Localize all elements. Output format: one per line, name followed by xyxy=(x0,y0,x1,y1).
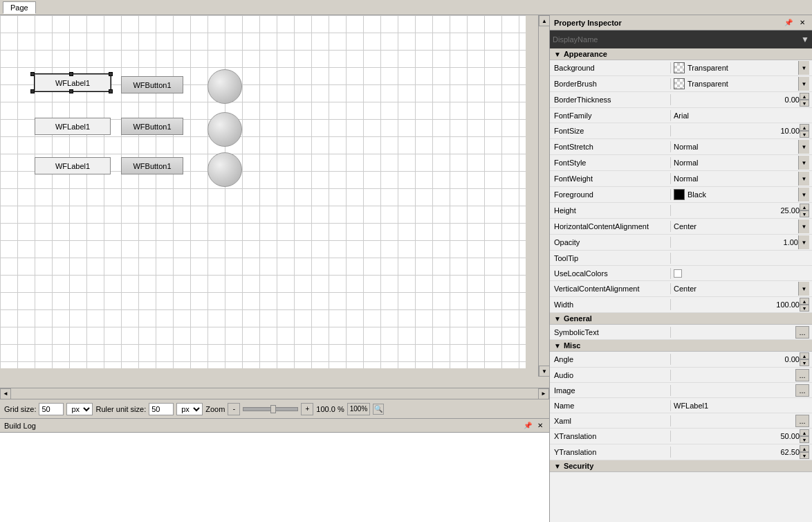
fontstretch-dropdown-btn[interactable]: ▼ xyxy=(798,140,809,154)
pi-section-appearance[interactable]: ▼ Appearance xyxy=(550,48,812,60)
opacity-input[interactable] xyxy=(674,238,798,246)
pi-close-icon[interactable]: ✕ xyxy=(797,17,808,28)
zoom-minus-btn[interactable]: - xyxy=(228,403,240,415)
zoom-thumb[interactable] xyxy=(270,405,276,413)
prop-value-fontsize[interactable]: ▲ ▼ xyxy=(671,123,812,138)
widget-button-3[interactable]: WFButton1 xyxy=(121,157,183,174)
pi-section-misc[interactable]: ▼ Misc xyxy=(550,340,812,352)
height-input[interactable] xyxy=(674,206,800,215)
widget-circle-3[interactable] xyxy=(207,152,242,187)
prop-value-fontweight[interactable]: Normal ▼ xyxy=(671,171,812,186)
ruler-unit-select[interactable]: px xyxy=(176,403,203,415)
fontsize-input[interactable] xyxy=(674,127,800,135)
prop-value-tooltip[interactable] xyxy=(671,258,812,259)
fontstyle-dropdown-btn[interactable]: ▼ xyxy=(798,156,809,170)
handle-tl[interactable] xyxy=(30,72,35,76)
prop-value-image[interactable]: ... xyxy=(671,384,812,397)
ytranslation-down[interactable]: ▼ xyxy=(800,452,809,459)
width-input[interactable] xyxy=(674,300,800,309)
tab-page[interactable]: Page xyxy=(3,1,36,14)
prop-value-fontfamily[interactable]: Arial xyxy=(671,111,812,120)
image-ellipsis-btn[interactable]: ... xyxy=(795,384,809,397)
grid-size-input[interactable] xyxy=(39,403,64,415)
scroll-left-btn[interactable]: ◄ xyxy=(0,388,11,399)
widget-label-2[interactable]: WFLabel1 xyxy=(35,118,111,135)
borderthickness-up[interactable]: ▲ xyxy=(800,93,809,100)
grid-size-unit-select[interactable]: px xyxy=(66,403,93,415)
pi-section-security[interactable]: ▼ Security xyxy=(550,460,812,472)
prop-value-hca[interactable]: Center ▼ xyxy=(671,219,812,234)
handle-bl[interactable] xyxy=(30,89,35,93)
ytranslation-input[interactable] xyxy=(674,448,800,456)
zoom-reset-btn[interactable]: 100% xyxy=(347,403,371,415)
fontsize-up[interactable]: ▲ xyxy=(800,124,809,131)
hca-dropdown-btn[interactable]: ▼ xyxy=(798,219,809,233)
prop-value-opacity[interactable]: ▼ xyxy=(671,235,812,250)
handle-br[interactable] xyxy=(109,89,113,93)
zoom-icon[interactable]: 🔍 xyxy=(373,404,384,415)
width-up[interactable]: ▲ xyxy=(800,298,809,305)
height-down[interactable]: ▼ xyxy=(800,210,809,217)
prop-value-vca[interactable]: Center ▼ xyxy=(671,281,812,296)
fontsize-spinner[interactable]: ▲ ▼ xyxy=(800,124,809,138)
borderthickness-input[interactable] xyxy=(674,96,800,104)
angle-spinner[interactable]: ▲ ▼ xyxy=(800,352,809,366)
angle-up[interactable]: ▲ xyxy=(800,352,809,359)
borderthickness-down[interactable]: ▼ xyxy=(800,100,809,107)
ruler-unit-input[interactable] xyxy=(149,403,174,415)
prop-value-name[interactable]: WFLabel1 xyxy=(671,401,812,411)
prop-value-angle[interactable]: ▲ ▼ xyxy=(671,352,812,367)
borderthickness-spinner[interactable]: ▲ ▼ xyxy=(800,93,809,107)
background-dropdown-btn[interactable]: ▼ xyxy=(798,61,809,75)
prop-value-foreground[interactable]: Black ▼ xyxy=(671,187,812,202)
symbolictext-ellipsis-btn[interactable]: ... xyxy=(795,326,809,339)
prop-value-height[interactable]: ▲ ▼ xyxy=(671,203,812,218)
build-log-pin-icon[interactable]: 📌 xyxy=(523,421,533,431)
prop-value-uselocalcolors[interactable] xyxy=(671,269,812,278)
xaml-ellipsis-btn[interactable]: ... xyxy=(795,415,809,427)
widget-circle-1[interactable] xyxy=(207,69,242,104)
audio-ellipsis-btn[interactable]: ... xyxy=(795,369,809,381)
borderbrush-dropdown-btn[interactable]: ▼ xyxy=(798,77,809,91)
prop-value-borderthickness[interactable]: ▲ ▼ xyxy=(671,92,812,107)
vca-dropdown-btn[interactable]: ▼ xyxy=(798,282,809,296)
handle-tm[interactable] xyxy=(69,72,73,76)
pi-pin-icon[interactable]: 📌 xyxy=(783,17,794,28)
pi-section-general[interactable]: ▼ General xyxy=(550,313,812,325)
prop-value-symbolictext[interactable]: ... xyxy=(671,325,812,339)
xtranslation-down[interactable]: ▼ xyxy=(800,436,809,443)
angle-down[interactable]: ▼ xyxy=(800,359,809,366)
height-spinner[interactable]: ▲ ▼ xyxy=(800,204,809,217)
scroll-up-btn[interactable]: ▲ xyxy=(539,15,549,26)
prop-value-background[interactable]: Transparent ▼ xyxy=(671,60,812,75)
prop-value-audio[interactable]: ... xyxy=(671,368,812,382)
widget-button-2[interactable]: WFButton1 xyxy=(121,118,183,135)
uselocalcolors-checkbox[interactable] xyxy=(674,269,682,278)
build-log-close-icon[interactable]: ✕ xyxy=(535,421,545,431)
pi-search-input[interactable] xyxy=(553,35,801,44)
xtranslation-up[interactable]: ▲ xyxy=(800,429,809,436)
ytranslation-spinner[interactable]: ▲ ▼ xyxy=(800,445,809,459)
prop-value-fontstretch[interactable]: Normal ▼ xyxy=(671,139,812,154)
scroll-right-btn[interactable]: ► xyxy=(538,388,549,399)
xtranslation-input[interactable] xyxy=(674,432,800,440)
foreground-dropdown-btn[interactable]: ▼ xyxy=(798,188,809,201)
width-spinner[interactable]: ▲ ▼ xyxy=(800,298,809,312)
handle-bm[interactable] xyxy=(69,89,73,93)
zoom-slider[interactable] xyxy=(243,407,298,411)
widget-button-1[interactable]: WFButton1 xyxy=(121,76,183,93)
widget-circle-2[interactable] xyxy=(207,112,242,147)
handle-tr[interactable] xyxy=(109,72,113,76)
xtranslation-spinner[interactable]: ▲ ▼ xyxy=(800,429,809,443)
prop-value-fontstyle[interactable]: Normal ▼ xyxy=(671,155,812,170)
zoom-plus-btn[interactable]: + xyxy=(301,403,313,415)
scroll-down-btn[interactable]: ▼ xyxy=(539,366,549,377)
fontsize-down[interactable]: ▼ xyxy=(800,131,809,138)
opacity-dropdown-btn[interactable]: ▼ xyxy=(798,235,809,249)
prop-value-ytranslation[interactable]: ▲ ▼ xyxy=(671,444,812,460)
width-down[interactable]: ▼ xyxy=(800,305,809,312)
angle-input[interactable] xyxy=(674,355,800,363)
prop-value-xaml[interactable]: ... xyxy=(671,414,812,428)
vertical-scrollbar[interactable]: ▲ ▼ xyxy=(538,15,549,377)
prop-value-xtranslation[interactable]: ▲ ▼ xyxy=(671,429,812,444)
